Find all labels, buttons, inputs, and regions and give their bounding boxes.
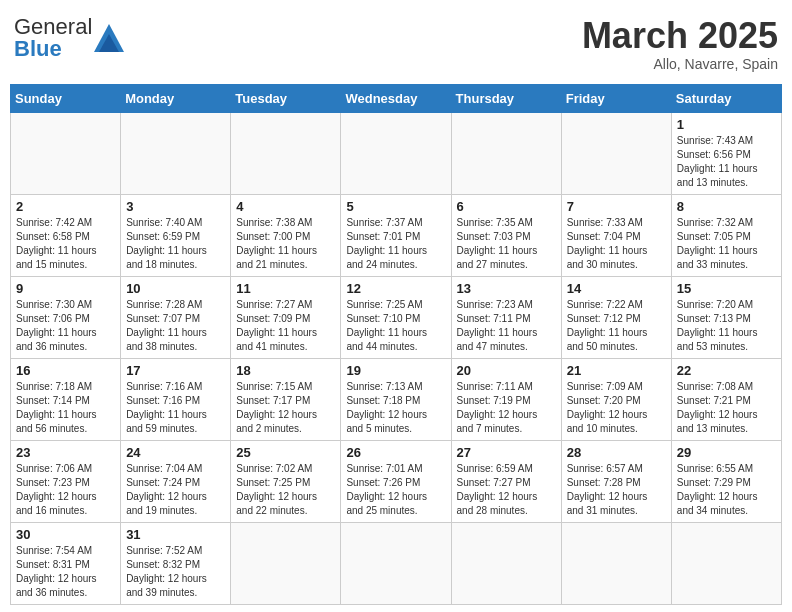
day-info: Sunrise: 7:28 AMSunset: 7:07 PMDaylight:…	[126, 298, 225, 354]
day-number: 5	[346, 199, 445, 214]
calendar-day-cell: 6Sunrise: 7:35 AMSunset: 7:03 PMDaylight…	[451, 194, 561, 276]
calendar-week-row: 1Sunrise: 7:43 AMSunset: 6:56 PMDaylight…	[11, 112, 782, 194]
calendar-day-cell	[11, 112, 121, 194]
calendar-day-cell: 9Sunrise: 7:30 AMSunset: 7:06 PMDaylight…	[11, 276, 121, 358]
title-block: March 2025 Allo, Navarre, Spain	[582, 16, 778, 72]
calendar-week-row: 9Sunrise: 7:30 AMSunset: 7:06 PMDaylight…	[11, 276, 782, 358]
location-subtitle: Allo, Navarre, Spain	[582, 56, 778, 72]
calendar-day-cell	[121, 112, 231, 194]
calendar-header-row: Sunday Monday Tuesday Wednesday Thursday…	[11, 84, 782, 112]
day-info: Sunrise: 6:55 AMSunset: 7:29 PMDaylight:…	[677, 462, 776, 518]
day-number: 28	[567, 445, 666, 460]
day-number: 1	[677, 117, 776, 132]
day-number: 25	[236, 445, 335, 460]
day-info: Sunrise: 7:18 AMSunset: 7:14 PMDaylight:…	[16, 380, 115, 436]
calendar-day-cell	[231, 112, 341, 194]
calendar-day-cell: 28Sunrise: 6:57 AMSunset: 7:28 PMDayligh…	[561, 440, 671, 522]
day-info: Sunrise: 7:25 AMSunset: 7:10 PMDaylight:…	[346, 298, 445, 354]
calendar-week-row: 16Sunrise: 7:18 AMSunset: 7:14 PMDayligh…	[11, 358, 782, 440]
col-monday: Monday	[121, 84, 231, 112]
calendar-day-cell: 1Sunrise: 7:43 AMSunset: 6:56 PMDaylight…	[671, 112, 781, 194]
calendar-table: Sunday Monday Tuesday Wednesday Thursday…	[10, 84, 782, 605]
calendar-day-cell: 8Sunrise: 7:32 AMSunset: 7:05 PMDaylight…	[671, 194, 781, 276]
calendar-week-row: 23Sunrise: 7:06 AMSunset: 7:23 PMDayligh…	[11, 440, 782, 522]
day-info: Sunrise: 7:06 AMSunset: 7:23 PMDaylight:…	[16, 462, 115, 518]
day-number: 16	[16, 363, 115, 378]
day-number: 23	[16, 445, 115, 460]
calendar-day-cell: 16Sunrise: 7:18 AMSunset: 7:14 PMDayligh…	[11, 358, 121, 440]
day-info: Sunrise: 7:30 AMSunset: 7:06 PMDaylight:…	[16, 298, 115, 354]
day-number: 17	[126, 363, 225, 378]
calendar-day-cell	[671, 522, 781, 604]
calendar-day-cell	[231, 522, 341, 604]
calendar-day-cell	[451, 522, 561, 604]
day-info: Sunrise: 7:15 AMSunset: 7:17 PMDaylight:…	[236, 380, 335, 436]
calendar-day-cell: 13Sunrise: 7:23 AMSunset: 7:11 PMDayligh…	[451, 276, 561, 358]
day-number: 29	[677, 445, 776, 460]
day-info: Sunrise: 6:59 AMSunset: 7:27 PMDaylight:…	[457, 462, 556, 518]
day-number: 22	[677, 363, 776, 378]
day-info: Sunrise: 7:23 AMSunset: 7:11 PMDaylight:…	[457, 298, 556, 354]
day-number: 13	[457, 281, 556, 296]
page-header: General Blue March 2025 Allo, Navarre, S…	[10, 10, 782, 78]
calendar-day-cell: 19Sunrise: 7:13 AMSunset: 7:18 PMDayligh…	[341, 358, 451, 440]
day-number: 7	[567, 199, 666, 214]
day-info: Sunrise: 7:32 AMSunset: 7:05 PMDaylight:…	[677, 216, 776, 272]
calendar-day-cell: 4Sunrise: 7:38 AMSunset: 7:00 PMDaylight…	[231, 194, 341, 276]
day-info: Sunrise: 7:33 AMSunset: 7:04 PMDaylight:…	[567, 216, 666, 272]
day-number: 26	[346, 445, 445, 460]
day-info: Sunrise: 7:08 AMSunset: 7:21 PMDaylight:…	[677, 380, 776, 436]
day-info: Sunrise: 7:35 AMSunset: 7:03 PMDaylight:…	[457, 216, 556, 272]
day-number: 9	[16, 281, 115, 296]
calendar-day-cell: 27Sunrise: 6:59 AMSunset: 7:27 PMDayligh…	[451, 440, 561, 522]
col-wednesday: Wednesday	[341, 84, 451, 112]
calendar-week-row: 2Sunrise: 7:42 AMSunset: 6:58 PMDaylight…	[11, 194, 782, 276]
day-info: Sunrise: 7:20 AMSunset: 7:13 PMDaylight:…	[677, 298, 776, 354]
day-number: 21	[567, 363, 666, 378]
day-info: Sunrise: 7:40 AMSunset: 6:59 PMDaylight:…	[126, 216, 225, 272]
day-number: 15	[677, 281, 776, 296]
day-info: Sunrise: 7:13 AMSunset: 7:18 PMDaylight:…	[346, 380, 445, 436]
day-info: Sunrise: 7:38 AMSunset: 7:00 PMDaylight:…	[236, 216, 335, 272]
calendar-day-cell: 25Sunrise: 7:02 AMSunset: 7:25 PMDayligh…	[231, 440, 341, 522]
day-info: Sunrise: 7:43 AMSunset: 6:56 PMDaylight:…	[677, 134, 776, 190]
month-title: March 2025	[582, 16, 778, 56]
day-info: Sunrise: 7:27 AMSunset: 7:09 PMDaylight:…	[236, 298, 335, 354]
day-info: Sunrise: 7:54 AMSunset: 8:31 PMDaylight:…	[16, 544, 115, 600]
calendar-day-cell: 22Sunrise: 7:08 AMSunset: 7:21 PMDayligh…	[671, 358, 781, 440]
calendar-day-cell: 20Sunrise: 7:11 AMSunset: 7:19 PMDayligh…	[451, 358, 561, 440]
calendar-day-cell: 21Sunrise: 7:09 AMSunset: 7:20 PMDayligh…	[561, 358, 671, 440]
day-number: 14	[567, 281, 666, 296]
calendar-day-cell: 31Sunrise: 7:52 AMSunset: 8:32 PMDayligh…	[121, 522, 231, 604]
calendar-day-cell: 29Sunrise: 6:55 AMSunset: 7:29 PMDayligh…	[671, 440, 781, 522]
day-info: Sunrise: 7:11 AMSunset: 7:19 PMDaylight:…	[457, 380, 556, 436]
calendar-day-cell: 12Sunrise: 7:25 AMSunset: 7:10 PMDayligh…	[341, 276, 451, 358]
calendar-day-cell: 2Sunrise: 7:42 AMSunset: 6:58 PMDaylight…	[11, 194, 121, 276]
day-number: 20	[457, 363, 556, 378]
col-saturday: Saturday	[671, 84, 781, 112]
day-info: Sunrise: 7:42 AMSunset: 6:58 PMDaylight:…	[16, 216, 115, 272]
logo: General Blue	[14, 16, 124, 60]
logo-icon	[94, 24, 124, 52]
calendar-day-cell: 5Sunrise: 7:37 AMSunset: 7:01 PMDaylight…	[341, 194, 451, 276]
calendar-day-cell: 26Sunrise: 7:01 AMSunset: 7:26 PMDayligh…	[341, 440, 451, 522]
calendar-day-cell: 17Sunrise: 7:16 AMSunset: 7:16 PMDayligh…	[121, 358, 231, 440]
calendar-day-cell: 11Sunrise: 7:27 AMSunset: 7:09 PMDayligh…	[231, 276, 341, 358]
calendar-week-row: 30Sunrise: 7:54 AMSunset: 8:31 PMDayligh…	[11, 522, 782, 604]
logo-text: General Blue	[14, 16, 92, 60]
day-info: Sunrise: 7:52 AMSunset: 8:32 PMDaylight:…	[126, 544, 225, 600]
day-number: 30	[16, 527, 115, 542]
day-info: Sunrise: 7:02 AMSunset: 7:25 PMDaylight:…	[236, 462, 335, 518]
logo-blue: Blue	[14, 36, 62, 61]
day-number: 31	[126, 527, 225, 542]
day-number: 19	[346, 363, 445, 378]
day-number: 24	[126, 445, 225, 460]
calendar-day-cell	[341, 112, 451, 194]
day-number: 27	[457, 445, 556, 460]
calendar-day-cell: 24Sunrise: 7:04 AMSunset: 7:24 PMDayligh…	[121, 440, 231, 522]
day-info: Sunrise: 7:16 AMSunset: 7:16 PMDaylight:…	[126, 380, 225, 436]
calendar-day-cell	[341, 522, 451, 604]
day-number: 12	[346, 281, 445, 296]
calendar-day-cell	[561, 112, 671, 194]
day-number: 6	[457, 199, 556, 214]
